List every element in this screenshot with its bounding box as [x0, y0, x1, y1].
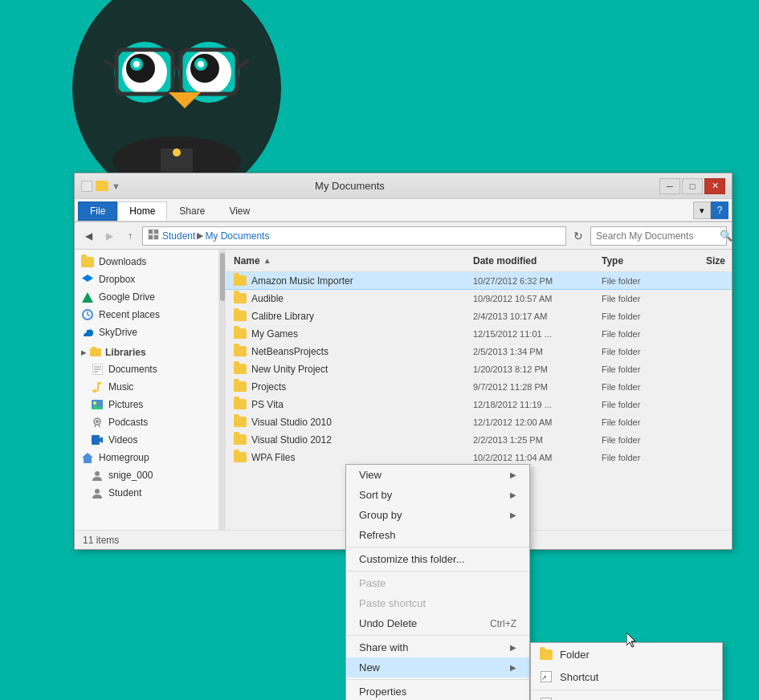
- title-controls: ─ □ ✕: [659, 178, 725, 194]
- col-header-size[interactable]: Size: [675, 255, 732, 267]
- submenu-new: Folder ↗ Shortcut Bitmap image 👤 Contact…: [530, 642, 723, 700]
- file-date: 10/9/2012 10:57 AM: [467, 294, 595, 303]
- file-type: File folder: [595, 400, 675, 409]
- context-menu-item[interactable]: Customize this folder...: [346, 549, 529, 569]
- submenu-item[interactable]: Folder: [531, 643, 722, 665]
- search-input[interactable]: [596, 230, 716, 242]
- table-row[interactable]: Visual Studio 2012 2/2/2013 1:25 PM File…: [226, 431, 732, 449]
- address-path[interactable]: Student ▶ My Documents: [142, 226, 566, 246]
- file-name: PS Vita: [226, 399, 467, 410]
- refresh-button[interactable]: ↻: [569, 227, 587, 245]
- table-row[interactable]: Calibre Library 2/4/2013 10:17 AM File f…: [226, 307, 732, 325]
- svg-rect-24: [154, 235, 158, 239]
- context-menu-item[interactable]: View▶: [346, 465, 529, 485]
- path-separator-1: ▶: [197, 230, 203, 241]
- file-list-header: Name ▲ Date modified Type Size: [226, 250, 732, 272]
- forward-button[interactable]: ▶: [100, 227, 118, 245]
- path-part-mydocs[interactable]: My Documents: [205, 230, 269, 242]
- context-menu-item[interactable]: Properties: [346, 682, 529, 700]
- context-menu-item[interactable]: Refresh: [346, 525, 529, 545]
- tab-home[interactable]: Home: [117, 201, 167, 221]
- sidebar-container: Downloads Dropbox Google Drive: [75, 250, 226, 530]
- svg-point-10: [198, 61, 204, 67]
- documents-icon: [91, 363, 104, 376]
- svg-rect-31: [92, 347, 96, 349]
- libraries-expand-icon: ▶: [81, 349, 86, 356]
- user2-icon: [91, 486, 104, 499]
- sidebar-item-videos[interactable]: Videos: [75, 431, 218, 449]
- file-date: 10/2/2012 11:04 AM: [467, 453, 595, 462]
- table-row[interactable]: NetBeansProjects 2/5/2013 1:34 PM File f…: [226, 343, 732, 360]
- sidebar-item-user1[interactable]: snige_000: [75, 466, 218, 484]
- folder-icon: [539, 647, 553, 661]
- sidebar-scrollbar[interactable]: [219, 250, 226, 530]
- tab-file[interactable]: File: [78, 201, 117, 221]
- file-rows-container: Amazon Music Importer 10/27/2012 6:32 PM…: [226, 272, 732, 466]
- minimize-button[interactable]: ─: [659, 178, 680, 194]
- table-row[interactable]: Amazon Music Importer 10/27/2012 6:32 PM…: [226, 272, 732, 290]
- context-menu-item[interactable]: Undo DeleteCtrl+Z: [346, 613, 529, 633]
- svg-line-44: [95, 425, 96, 427]
- music-icon: [91, 381, 104, 393]
- tab-share[interactable]: Share: [167, 201, 217, 221]
- file-type: File folder: [595, 364, 675, 374]
- submenu-item[interactable]: Bitmap image: [531, 692, 722, 700]
- sidebar-item-documents[interactable]: Documents: [75, 360, 218, 378]
- table-row[interactable]: PS Vita 12/18/2012 11:19 ... File folder: [226, 396, 732, 413]
- recentplaces-icon: [81, 308, 94, 321]
- sidebar-item-dropbox[interactable]: Dropbox: [75, 271, 218, 288]
- sidebar-item-skydrive[interactable]: SkyDrive: [75, 324, 218, 341]
- table-row[interactable]: Audible 10/9/2012 10:57 AM File folder: [226, 290, 732, 307]
- tab-view[interactable]: View: [217, 201, 262, 221]
- table-row[interactable]: Visual Studio 2010 12/1/2012 12:00 AM Fi…: [226, 413, 732, 431]
- user1-icon: [91, 469, 104, 482]
- svg-point-36: [92, 389, 97, 393]
- ribbon-expand-btn[interactable]: ▾: [693, 201, 711, 219]
- file-type: File folder: [595, 417, 675, 427]
- menu-divider: [346, 679, 529, 680]
- svg-rect-23: [149, 235, 153, 239]
- path-part-student[interactable]: Student: [162, 230, 195, 242]
- table-row[interactable]: New Unity Project 1/20/2013 8:12 PM File…: [226, 360, 732, 378]
- col-header-name[interactable]: Name ▲: [226, 255, 467, 267]
- sidebar-item-user2[interactable]: Student: [75, 484, 218, 502]
- context-menu-item[interactable]: Share with▶: [346, 637, 529, 657]
- dropbox-icon: [81, 273, 94, 286]
- search-box: 🔍: [590, 226, 727, 246]
- help-button[interactable]: ?: [711, 201, 728, 219]
- libraries-icon: [89, 346, 102, 359]
- up-button[interactable]: ↑: [121, 227, 139, 245]
- file-type: File folder: [595, 329, 675, 339]
- skydrive-icon: [81, 326, 94, 339]
- col-header-type[interactable]: Type: [595, 255, 675, 267]
- file-name: Audible: [226, 293, 467, 304]
- file-type: File folder: [595, 453, 675, 462]
- sidebar-item-recentplaces[interactable]: Recent places: [75, 306, 218, 324]
- back-button[interactable]: ◀: [80, 227, 97, 245]
- context-menu-item[interactable]: Group by▶: [346, 505, 529, 525]
- maximize-button[interactable]: □: [682, 178, 703, 194]
- svg-rect-30: [90, 348, 101, 356]
- googledrive-icon: [81, 291, 94, 303]
- table-row[interactable]: Projects 9/7/2012 11:28 PM File folder: [226, 378, 732, 396]
- close-button[interactable]: ✕: [704, 178, 725, 194]
- svg-point-50: [95, 489, 100, 494]
- col-header-date[interactable]: Date modified: [467, 255, 595, 267]
- libraries-section[interactable]: ▶ Libraries: [75, 341, 218, 360]
- sidebar-item-music[interactable]: Music: [75, 378, 218, 396]
- table-row[interactable]: My Games 12/15/2012 11:01 ... File folde…: [226, 325, 732, 343]
- submenu-item[interactable]: ↗ Shortcut: [531, 665, 722, 688]
- sidebar-scroll-thumb[interactable]: [220, 253, 225, 301]
- sidebar-item-downloads[interactable]: Downloads: [75, 253, 218, 271]
- file-name: Projects: [226, 381, 467, 393]
- context-menu-item[interactable]: New▶: [346, 657, 529, 678]
- sidebar-item-podcasts[interactable]: Podcasts: [75, 413, 218, 431]
- file-name: NetBeansProjects: [226, 346, 467, 357]
- sidebar-item-pictures[interactable]: Pictures: [75, 396, 218, 413]
- file-date: 2/2/2013 1:25 PM: [467, 435, 595, 445]
- sidebar-item-homegroup[interactable]: Homegroup: [75, 449, 218, 466]
- file-name: WPA Files: [226, 452, 467, 463]
- downloads-icon: [81, 255, 94, 268]
- sidebar-item-googledrive[interactable]: Google Drive: [75, 288, 218, 306]
- context-menu-item[interactable]: Sort by▶: [346, 485, 529, 505]
